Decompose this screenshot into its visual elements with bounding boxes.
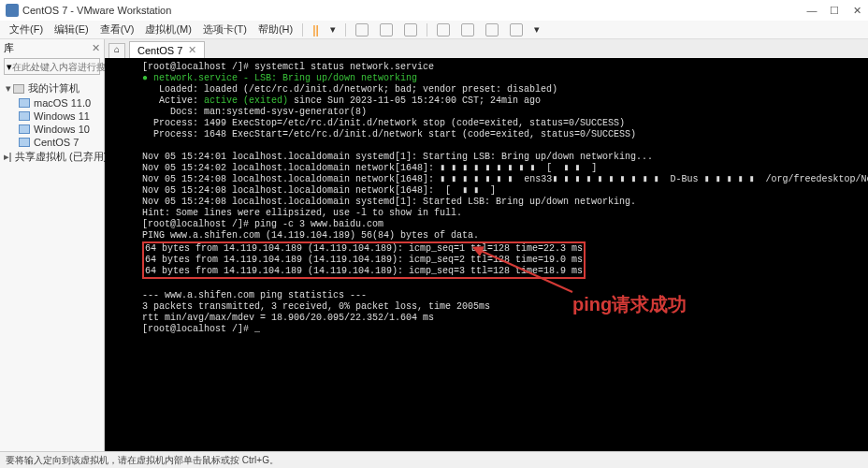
term-line: Nov 05 15:24:08 localhost.localdomain ne… xyxy=(142,185,496,196)
tree-root-my-computer[interactable]: ▾ 我的计算机 xyxy=(2,80,102,96)
term-line: Process: 1499 ExecStop=/etc/rc.d/init.d/… xyxy=(142,118,625,128)
term-line: Hint: Some lines were ellipsized, use -l… xyxy=(142,208,462,218)
separator xyxy=(302,23,303,37)
dropdown-icon[interactable]: ▾ xyxy=(528,22,545,37)
close-button[interactable]: ✕ xyxy=(851,5,862,16)
term-line: Active: xyxy=(142,95,204,106)
content: ⌂ CentOS 7 ✕ [root@localhost /]# systemc… xyxy=(105,39,868,451)
menu-file[interactable]: 文件(F) xyxy=(4,21,49,38)
term-line: Nov 05 15:24:08 localhost.localdomain ne… xyxy=(142,174,868,184)
tree-label: CentOS 7 xyxy=(34,137,79,148)
tab-close-icon[interactable]: ✕ xyxy=(188,44,196,56)
term-line: ● network.service - LSB: Bring up/down n… xyxy=(142,73,417,83)
vm-icon xyxy=(19,111,30,121)
sidebar-search[interactable]: ▾ 🔍 xyxy=(4,58,100,75)
term-line: Nov 05 15:24:08 localhost.localdomain sy… xyxy=(142,197,636,207)
minimize-button[interactable]: — xyxy=(806,5,817,16)
term-line: [root@localhost /]# _ xyxy=(142,324,260,334)
computer-icon xyxy=(13,84,24,94)
home-tab[interactable]: ⌂ xyxy=(108,43,125,58)
toolbar-icon[interactable] xyxy=(380,23,393,37)
shared-icon xyxy=(9,153,11,162)
tree-label: Windows 11 xyxy=(34,110,90,122)
sidebar-header: 库 ✕ xyxy=(0,39,104,56)
tree-item-macos[interactable]: macOS 11.0 xyxy=(2,96,102,110)
window-controls: — ☐ ✕ xyxy=(806,5,862,16)
toolbar-icon[interactable] xyxy=(510,23,523,37)
term-line: since Sun 2023-11-05 15:24:00 CST; 24min… xyxy=(288,95,541,106)
toolbar-icon[interactable] xyxy=(404,23,417,37)
toolbar-icon[interactable] xyxy=(355,23,369,37)
menu-help[interactable]: 帮助(H) xyxy=(253,21,298,38)
term-line: [root@localhost /]# systemctl status net… xyxy=(142,62,434,72)
main: 库 ✕ ▾ 🔍 ▾ 我的计算机 macOS 11.0 Windows 11 Wi… xyxy=(0,39,868,451)
tree-label: macOS 11.0 xyxy=(34,97,91,109)
status-text: 要将输入定向到该虚拟机，请在虚拟机内部单击鼠标或按 Ctrl+G。 xyxy=(6,454,279,467)
tab-label: CentOS 7 xyxy=(137,45,182,56)
term-line: Nov 05 15:24:02 localhost.localdomain ne… xyxy=(142,163,597,173)
tree-label: Windows 10 xyxy=(34,124,90,135)
tabbar: ⌂ CentOS 7 ✕ xyxy=(105,39,868,58)
sidebar-tree: ▾ 我的计算机 macOS 11.0 Windows 11 Windows 10… xyxy=(0,77,104,168)
pause-icon[interactable]: || xyxy=(312,23,319,37)
tree-label: 共享虚拟机 (已弃用) xyxy=(15,150,107,164)
tab-centos7[interactable]: CentOS 7 ✕ xyxy=(129,41,205,58)
term-line: --- www.a.shifen.com ping statistics --- xyxy=(142,290,367,300)
term-line: 3 packets transmitted, 3 received, 0% pa… xyxy=(142,301,490,312)
vm-icon xyxy=(19,124,30,134)
sidebar: 库 ✕ ▾ 🔍 ▾ 我的计算机 macOS 11.0 Windows 11 Wi… xyxy=(0,39,105,451)
titlebar: CentOS 7 - VMware Workstation — ☐ ✕ xyxy=(0,0,868,21)
separator xyxy=(427,23,427,37)
toolbar-icon[interactable] xyxy=(485,23,499,37)
annotation-arrow xyxy=(470,245,582,303)
toolbar-icon[interactable] xyxy=(461,23,474,37)
tree-item-win11[interactable]: Windows 11 xyxy=(2,110,102,123)
annotation-text: ping请求成功 xyxy=(572,292,687,317)
term-line: PING www.a.shifen.com (14.119.104.189) 5… xyxy=(142,230,479,241)
menubar: 文件(F) 编辑(E) 查看(V) 虚拟机(M) 选项卡(T) 帮助(H) ||… xyxy=(0,21,868,39)
vm-icon xyxy=(19,98,30,108)
term-line: rtt min/avg/max/mdev = 18.906/20.095/22.… xyxy=(142,313,434,323)
menu-tabs[interactable]: 选项卡(T) xyxy=(197,21,253,38)
term-line: Process: 1648 ExecStart=/etc/rc.d/init.d… xyxy=(142,129,636,139)
dropdown-icon[interactable]: ▾ xyxy=(325,22,341,37)
tree-shared-vms[interactable]: ▸ 共享虚拟机 (已弃用) xyxy=(2,149,102,165)
terminal-viewport[interactable]: [root@localhost /]# systemctl status net… xyxy=(105,58,868,451)
app-icon xyxy=(6,4,19,17)
svg-line-0 xyxy=(479,250,572,292)
menu-vm[interactable]: 虚拟机(M) xyxy=(139,21,197,38)
caret-icon[interactable]: ▾ xyxy=(4,82,13,95)
term-line: Docs: man:systemd-sysv-generator(8) xyxy=(142,107,367,117)
tree-item-win10[interactable]: Windows 10 xyxy=(2,123,102,136)
term-active-status: active (exited) xyxy=(204,95,288,106)
tree-item-centos7[interactable]: CentOS 7 xyxy=(2,136,102,149)
term-line: [root@localhost /]# ping -c 3 www.baidu.… xyxy=(142,219,383,229)
window-title: CentOS 7 - VMware Workstation xyxy=(22,5,806,16)
maximize-button[interactable]: ☐ xyxy=(829,5,840,16)
separator xyxy=(345,23,346,37)
term-line: Loaded: loaded (/etc/rc.d/init.d/network… xyxy=(142,84,557,95)
term-line: Nov 05 15:24:01 localhost.localdomain sy… xyxy=(142,152,653,162)
tree-label: 我的计算机 xyxy=(28,81,80,95)
statusbar: 要将输入定向到该虚拟机，请在虚拟机内部单击鼠标或按 Ctrl+G。 xyxy=(0,451,868,468)
vm-icon xyxy=(19,138,30,147)
sidebar-close-icon[interactable]: ✕ xyxy=(92,42,100,54)
sidebar-title: 库 xyxy=(4,41,14,55)
toolbar-icon[interactable] xyxy=(437,23,450,37)
menu-view[interactable]: 查看(V) xyxy=(94,21,140,38)
menu-edit[interactable]: 编辑(E) xyxy=(49,21,94,38)
